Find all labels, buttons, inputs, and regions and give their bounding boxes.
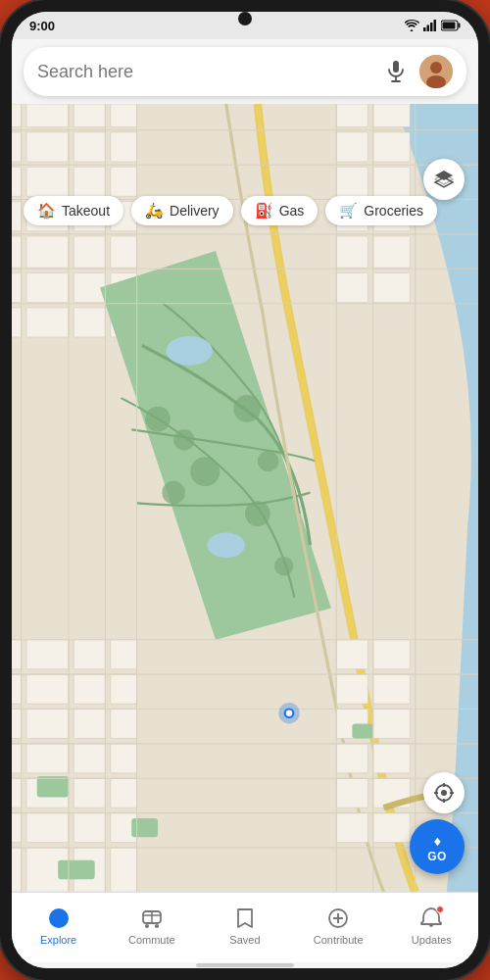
- saved-icon: [232, 906, 258, 931]
- svg-rect-54: [12, 744, 22, 773]
- svg-rect-6: [443, 23, 456, 29]
- svg-rect-7: [393, 61, 399, 73]
- nav-item-updates[interactable]: Updates: [402, 906, 461, 946]
- svg-rect-3: [434, 20, 437, 31]
- svg-rect-53: [111, 709, 137, 738]
- svg-rect-84: [373, 132, 411, 162]
- explore-icon: [46, 906, 72, 931]
- svg-point-75: [190, 457, 220, 486]
- home-indicator: [12, 962, 478, 968]
- svg-rect-48: [74, 674, 105, 704]
- svg-rect-82: [373, 104, 411, 127]
- svg-rect-42: [12, 640, 22, 669]
- phone-screen: 9:00: [12, 12, 478, 968]
- svg-rect-45: [111, 640, 137, 669]
- nav-item-commute[interactable]: Commute: [122, 906, 181, 946]
- mic-icon[interactable]: [382, 58, 410, 85]
- svg-rect-49: [111, 674, 137, 704]
- svg-rect-17: [111, 104, 137, 127]
- svg-point-142: [56, 915, 62, 921]
- chip-groceries[interactable]: 🛒 Groceries: [325, 196, 437, 225]
- svg-point-11: [430, 62, 442, 74]
- signal-icon: [423, 20, 437, 31]
- chip-groceries-label: Groceries: [364, 203, 423, 219]
- go-arrow-icon: ⬧: [432, 831, 443, 849]
- svg-rect-51: [26, 709, 69, 738]
- nav-item-explore[interactable]: Explore: [29, 906, 88, 946]
- svg-rect-30: [12, 236, 22, 268]
- svg-rect-20: [74, 132, 105, 162]
- phone-frame: 9:00: [0, 0, 490, 980]
- svg-rect-91: [336, 273, 368, 303]
- svg-rect-83: [336, 132, 368, 162]
- search-placeholder: Search here: [37, 62, 372, 82]
- svg-point-72: [207, 532, 245, 558]
- svg-marker-132: [435, 171, 453, 180]
- svg-rect-34: [12, 273, 22, 303]
- svg-rect-55: [26, 744, 69, 773]
- chip-takeout-label: Takeout: [62, 203, 110, 219]
- svg-rect-64: [74, 813, 105, 843]
- svg-rect-33: [111, 236, 137, 268]
- svg-rect-100: [373, 744, 411, 773]
- svg-rect-31: [26, 236, 69, 268]
- svg-rect-89: [336, 236, 368, 268]
- nav-item-contribute[interactable]: Contribute: [309, 906, 368, 946]
- svg-rect-57: [111, 744, 137, 773]
- svg-rect-0: [423, 27, 426, 31]
- svg-rect-50: [12, 709, 22, 738]
- delivery-icon: 🛵: [145, 202, 164, 220]
- svg-rect-5: [459, 24, 461, 28]
- svg-point-77: [233, 395, 261, 422]
- go-label: GO: [427, 850, 447, 863]
- location-button[interactable]: [423, 772, 465, 813]
- search-area: Search here: [12, 39, 478, 104]
- svg-rect-104: [373, 813, 411, 843]
- svg-rect-98: [373, 709, 411, 738]
- chip-delivery[interactable]: 🛵 Delivery: [131, 196, 233, 225]
- svg-rect-99: [336, 744, 368, 773]
- filter-chips: 🏠 Takeout 🛵 Delivery ⛽ Gas 🛒 Groceries: [12, 190, 478, 233]
- svg-rect-101: [336, 778, 368, 808]
- svg-rect-1: [427, 25, 430, 32]
- svg-rect-58: [12, 778, 22, 808]
- svg-rect-32: [74, 236, 105, 268]
- svg-point-74: [173, 429, 194, 450]
- svg-rect-46: [12, 674, 22, 704]
- svg-rect-44: [74, 640, 105, 669]
- updates-icon: [418, 906, 444, 931]
- saved-label: Saved: [229, 934, 260, 946]
- svg-rect-108: [352, 723, 372, 738]
- go-button[interactable]: ⬧ GO: [410, 819, 465, 874]
- updates-label: Updates: [412, 934, 452, 946]
- wifi-icon: [404, 20, 419, 31]
- commute-label: Commute: [128, 934, 175, 946]
- svg-rect-19: [26, 132, 69, 162]
- explore-label: Explore: [40, 934, 76, 946]
- svg-rect-15: [26, 104, 69, 127]
- svg-rect-92: [373, 273, 411, 303]
- nav-item-saved[interactable]: Saved: [216, 906, 274, 946]
- svg-rect-62: [12, 813, 22, 843]
- chip-takeout[interactable]: 🏠 Takeout: [24, 196, 123, 225]
- search-bar[interactable]: Search here: [24, 47, 466, 96]
- svg-rect-43: [26, 640, 69, 669]
- svg-rect-40: [74, 308, 105, 337]
- svg-rect-21: [111, 132, 137, 162]
- svg-rect-18: [12, 132, 22, 162]
- chip-gas[interactable]: ⛽ Gas: [241, 196, 318, 225]
- svg-point-136: [441, 790, 447, 796]
- svg-rect-96: [373, 674, 411, 704]
- avatar[interactable]: [419, 55, 453, 88]
- svg-rect-61: [111, 778, 137, 808]
- contribute-icon: [325, 906, 351, 931]
- takeout-icon: 🏠: [37, 202, 56, 220]
- camera-notch: [238, 12, 252, 25]
- svg-rect-95: [336, 674, 368, 704]
- svg-rect-81: [336, 104, 368, 127]
- svg-rect-35: [26, 273, 69, 303]
- svg-point-146: [145, 924, 149, 928]
- svg-point-147: [155, 924, 159, 928]
- svg-point-71: [167, 336, 213, 366]
- svg-rect-90: [373, 236, 411, 268]
